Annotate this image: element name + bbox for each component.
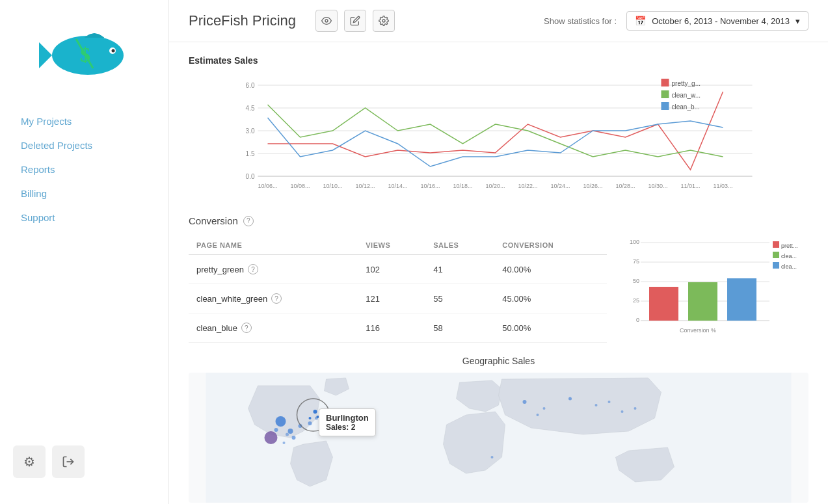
svg-text:6.0: 6.0 [246,82,255,89]
svg-point-8 [382,20,385,22]
svg-text:clean_b...: clean_b... [672,103,700,111]
nav-menu: My Projects Deleted Projects Reports Bil… [0,111,168,228]
svg-point-74 [309,417,312,419]
sidebar-item-deleted-projects[interactable]: Deleted Projects [13,135,155,156]
main-content: PriceFish Pricing Show s [169,0,828,504]
svg-text:10/06...: 10/06... [258,183,277,189]
sidebar-item-my-projects[interactable]: My Projects [13,111,155,132]
conversion-help-icon[interactable]: ? [243,216,254,226]
row-help-icon[interactable]: ? [271,293,282,304]
svg-rect-55 [773,241,779,248]
bottom-icons: ⚙ [0,432,168,491]
svg-text:10/28...: 10/28... [615,183,635,189]
content-area: Estimates Sales 6.0 4.5 3.0 1.5 0.0 [169,42,828,504]
svg-point-68 [283,442,286,444]
page-name-cell: clean_white_green ? [196,293,350,304]
svg-point-81 [537,414,539,416]
svg-text:10/10...: 10/10... [323,183,342,189]
svg-point-67 [292,436,296,440]
header: PriceFish Pricing Show s [169,0,828,42]
gear-button[interactable] [373,10,395,32]
geo-section: Geographic Sales [189,356,808,503]
logout-button[interactable] [52,445,85,478]
svg-text:10/20...: 10/20... [485,183,505,189]
row-help-icon[interactable]: ? [241,323,252,333]
svg-text:3.0: 3.0 [246,127,255,135]
header-icons [315,10,395,32]
svg-text:clea...: clea... [781,253,797,259]
views-cell: 121 [358,284,425,313]
date-range-picker[interactable]: 📅 October 6, 2013 - November 4, 2013 ▾ [626,11,808,31]
svg-rect-59 [773,262,779,269]
svg-text:1.5: 1.5 [246,150,255,157]
svg-text:0: 0 [636,317,639,323]
sidebar-item-billing[interactable]: Billing [13,183,155,204]
svg-text:10/16...: 10/16... [420,183,440,189]
svg-point-84 [491,456,494,458]
geo-title: Geographic Sales [189,356,808,366]
svg-point-7 [325,20,328,22]
sidebar-item-reports[interactable]: Reports [13,159,155,180]
line-chart: 6.0 4.5 3.0 1.5 0.0 10/06... 10/08... 10… [189,72,808,202]
svg-point-71 [265,431,278,444]
conversion-title: Conversion [189,215,238,226]
svg-rect-51 [649,287,678,321]
svg-point-78 [568,397,572,401]
svg-point-4 [111,49,114,53]
conversion-header: Conversion ? [189,215,808,226]
svg-rect-39 [661,102,669,110]
svg-text:10/12...: 10/12... [355,183,375,189]
sales-cell: 41 [425,255,494,284]
row-help-icon[interactable]: ? [248,264,258,274]
conversion-table: PAGE NAME VIEWS SALES CONVERSION pretty_… [189,236,607,343]
svg-point-83 [634,407,637,410]
edit-button[interactable] [344,10,366,32]
settings-button[interactable]: ⚙ [13,445,46,478]
svg-text:0.0: 0.0 [246,173,255,180]
col-sales: SALES [425,236,494,255]
svg-text:25: 25 [633,297,639,304]
table-row: clean_white_green ? 121 55 45.00% [189,284,607,313]
svg-text:10/24...: 10/24... [550,183,570,189]
logo-icon: $ [36,26,133,85]
svg-point-79 [595,404,598,406]
svg-text:prett...: prett... [781,243,798,249]
svg-text:10/18...: 10/18... [453,183,472,189]
svg-text:11/01...: 11/01... [680,183,700,189]
svg-text:pretty_g...: pretty_g... [672,80,701,87]
page-name-cell: clean_blue ? [196,323,350,333]
svg-rect-57 [773,252,779,258]
svg-marker-1 [39,42,52,68]
svg-text:10/14...: 10/14... [388,183,407,189]
conversion-cell: 50.00% [494,313,607,343]
col-views: VIEWS [358,236,425,255]
eye-button[interactable] [315,10,338,32]
sidebar-item-support[interactable]: Support [13,207,155,228]
svg-rect-52 [688,282,717,321]
bar-chart: 100 75 50 25 0 [626,236,808,340]
page-name-text: pretty_green [196,265,244,274]
col-page-name: PAGE NAME [189,236,358,255]
dropdown-chevron-icon: ▾ [795,16,800,26]
svg-point-62 [276,416,286,427]
sidebar: $ My Projects Deleted Projects Reports B… [0,0,169,504]
views-cell: 116 [358,313,425,343]
svg-text:11/03...: 11/03... [713,183,732,189]
conversion-cell: 45.00% [494,284,607,313]
geo-tooltip: Burlington Sales: 2 [319,408,376,436]
svg-point-69 [286,433,289,436]
page-name-text: clean_white_green [196,294,267,304]
views-cell: 102 [358,255,425,284]
conversion-section: Conversion ? PAGE NAME VIEWS SALES CONVE… [189,215,808,343]
conversion-layout: PAGE NAME VIEWS SALES CONVERSION pretty_… [189,236,808,343]
table-row: clean_blue ? 116 58 50.00% [189,313,607,343]
svg-point-70 [274,428,278,432]
svg-text:Conversion %: Conversion % [680,327,716,334]
logo-area: $ [0,13,168,98]
geo-map: Burlington Sales: 2 [189,373,808,503]
page-title: PriceFish Pricing [189,12,296,29]
sales-cell: 55 [425,284,494,313]
svg-point-77 [543,407,546,410]
svg-point-65 [308,421,312,425]
chart-title: Estimates Sales [189,55,808,66]
